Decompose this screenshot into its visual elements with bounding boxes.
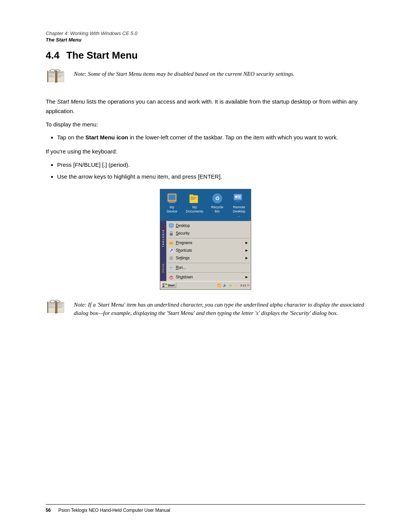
remote-desktop-icon: RemoteDesktop ... bbox=[231, 192, 247, 217]
note-text-2: Note: If a 'Start Menu' item has an unde… bbox=[74, 299, 365, 318]
svg-rect-31 bbox=[235, 196, 237, 198]
svg-line-68 bbox=[49, 301, 50, 302]
footer-page-number: 56 bbox=[46, 508, 51, 513]
remote-desktop-label: RemoteDesktop ... bbox=[231, 205, 247, 217]
shutdown-menu-icon bbox=[169, 275, 174, 280]
note-icon-1 bbox=[46, 68, 68, 89]
menu-item-settings-label: Settings bbox=[176, 256, 190, 260]
section-heading: 4.4The Start Menu bbox=[46, 50, 365, 61]
menu-item-security[interactable]: Security bbox=[166, 230, 251, 237]
menu-item-security-label: Security bbox=[176, 231, 190, 235]
svg-rect-32 bbox=[238, 196, 241, 197]
svg-rect-2 bbox=[49, 73, 55, 74]
svg-rect-33 bbox=[238, 197, 241, 198]
note-text-1: Note: Some of the Start Menu items may b… bbox=[74, 68, 295, 78]
svg-rect-37 bbox=[169, 224, 173, 227]
chapter-header: Chapter 4: Working With Windows CE 5.0 T… bbox=[46, 30, 365, 43]
note-block-1: Note: Some of the Start Menu items may b… bbox=[46, 68, 365, 89]
svg-rect-49 bbox=[171, 276, 172, 278]
taskbar-time: 2:11 bbox=[240, 284, 246, 287]
menu-items-list: Desktop Security bbox=[166, 221, 251, 281]
menu-item-settings[interactable]: Settings ▶ bbox=[166, 254, 251, 262]
note-icon-2 bbox=[46, 299, 68, 320]
footer-text: Psion Teklogix NEO Hand-Held Computer Us… bbox=[58, 508, 170, 513]
bullet-item-1: Tap on the Start Menu icon in the lower-… bbox=[57, 133, 365, 142]
section-title-header: The Start Menu bbox=[46, 37, 365, 43]
menu-item-shortcuts[interactable]: Shortcuts ▶ bbox=[166, 247, 251, 254]
svg-line-16 bbox=[59, 70, 61, 71]
my-documents-img bbox=[188, 192, 201, 204]
menu-item-shutdown[interactable]: Shutdown ▶ bbox=[166, 273, 251, 281]
svg-rect-59 bbox=[47, 302, 48, 313]
my-documents-icon: MyDocuments bbox=[186, 192, 203, 214]
svg-rect-5 bbox=[47, 71, 48, 82]
svg-rect-9 bbox=[57, 75, 63, 76]
svg-rect-23 bbox=[190, 195, 193, 196]
recycle-bin-label: Recycle Bin bbox=[209, 205, 225, 214]
svg-rect-4 bbox=[49, 77, 55, 77]
body-para-1: The Start Menu lists the operations you … bbox=[46, 97, 365, 116]
my-device-icon: My Device bbox=[164, 192, 180, 214]
svg-rect-53 bbox=[165, 286, 167, 287]
svg-rect-25 bbox=[191, 198, 196, 199]
tray-icon-2: 🔊 bbox=[222, 283, 227, 288]
svg-rect-38 bbox=[170, 227, 172, 228]
section-number: 4.4 bbox=[46, 50, 59, 61]
svg-rect-3 bbox=[49, 75, 54, 76]
windows-ce-screenshot: My Device MyDocuments bbox=[160, 189, 251, 289]
my-device-label: My Device bbox=[164, 205, 180, 214]
svg-line-15 bbox=[49, 70, 50, 71]
svg-rect-10 bbox=[57, 77, 62, 77]
shutdown-arrow: ▶ bbox=[245, 275, 248, 279]
chapter-title: Chapter 4: Working With Windows CE 5.0 bbox=[46, 30, 365, 36]
programs-arrow: ▶ bbox=[245, 241, 248, 244]
run-menu-icon bbox=[169, 265, 174, 270]
svg-rect-56 bbox=[49, 304, 55, 305]
psion-label: PSION bbox=[162, 264, 164, 273]
svg-rect-50 bbox=[162, 283, 164, 285]
settings-arrow: ▶ bbox=[245, 256, 248, 260]
svg-point-46 bbox=[171, 257, 172, 259]
my-documents-label: MyDocuments bbox=[186, 205, 203, 214]
menu-item-programs-label: Programs bbox=[176, 241, 192, 245]
shortcuts-menu-icon bbox=[169, 248, 174, 253]
svg-rect-52 bbox=[162, 286, 164, 287]
recycle-bin-icon: ♻ Recycle Bin bbox=[209, 192, 225, 214]
bullet-item-2: Press [FN/BLUE] [.] (period). bbox=[57, 160, 365, 170]
security-menu-icon bbox=[169, 231, 174, 236]
svg-rect-8 bbox=[57, 73, 62, 74]
svg-rect-63 bbox=[57, 306, 63, 307]
svg-rect-43 bbox=[169, 241, 171, 243]
svg-rect-57 bbox=[49, 306, 54, 307]
section-title: The Start Menu bbox=[66, 50, 138, 61]
body-para-3: If you're using the keyboard: bbox=[46, 147, 365, 157]
menu-item-run-label: Run... bbox=[176, 265, 186, 270]
screenshot-container: My Device MyDocuments bbox=[46, 189, 365, 289]
desktop-menu-icon bbox=[169, 223, 174, 228]
start-menu-popup: TEKLOGIX PSION Desktop bbox=[160, 221, 251, 281]
menu-item-shutdown-label: Shutdown bbox=[176, 275, 193, 279]
programs-menu-icon bbox=[169, 240, 174, 246]
tray-pencil: ✏ bbox=[247, 283, 250, 287]
menu-item-programs[interactable]: Programs ▶ bbox=[166, 239, 251, 247]
svg-rect-19 bbox=[170, 201, 174, 202]
menu-item-run[interactable]: Run... bbox=[166, 264, 251, 272]
menu-item-desktop[interactable]: Desktop bbox=[166, 222, 251, 230]
teklogix-label: TEKLOGIX bbox=[162, 229, 164, 247]
svg-rect-20 bbox=[169, 202, 175, 203]
start-button[interactable]: Start bbox=[161, 283, 176, 288]
body-para-2: To display the menu: bbox=[46, 120, 365, 129]
svg-rect-18 bbox=[169, 195, 175, 200]
start-label: Start bbox=[168, 284, 175, 287]
svg-rect-24 bbox=[191, 197, 196, 198]
remote-desktop-img bbox=[233, 192, 245, 204]
settings-menu-icon bbox=[169, 256, 174, 261]
bullet-list-1: Tap on the Start Menu icon in the lower-… bbox=[57, 133, 365, 142]
taskbar: Start 📶 🔊 🔋 ⚡ 2:11 ✏ bbox=[160, 281, 251, 289]
my-device-img bbox=[166, 192, 178, 204]
tray-icon-4: ⚡ bbox=[234, 283, 239, 288]
svg-rect-51 bbox=[165, 283, 167, 285]
svg-line-69 bbox=[59, 301, 61, 302]
svg-rect-35 bbox=[235, 201, 241, 202]
desktop-area: My Device MyDocuments bbox=[160, 189, 251, 220]
